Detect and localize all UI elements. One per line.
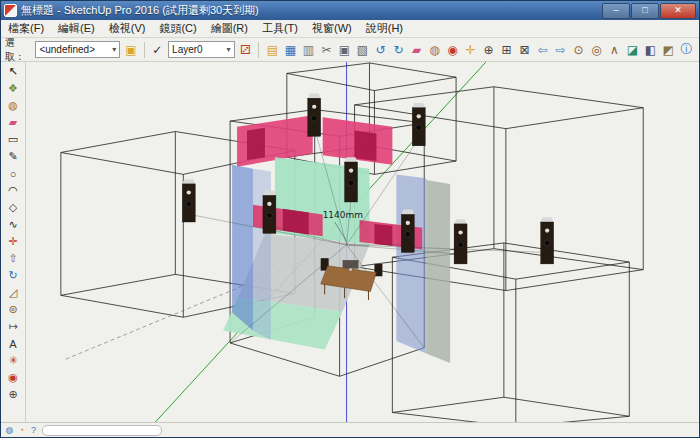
toolbar-paste[interactable]: ▧ xyxy=(354,41,371,59)
desk-item xyxy=(349,268,352,271)
layer-value: Layer0 xyxy=(172,44,203,55)
toolbar-print[interactable]: ▥ xyxy=(300,41,317,59)
toolbar-redo[interactable]: ↻ xyxy=(390,41,407,59)
tool-rotate[interactable]: ↻ xyxy=(3,267,23,284)
tool-axes[interactable]: ✳ xyxy=(3,352,23,369)
toolbar-zoom-window[interactable]: ⊞ xyxy=(498,41,515,59)
3d-viewport[interactable]: 1140mm xyxy=(26,62,699,422)
tool-paint-bucket[interactable]: ◍ xyxy=(3,97,23,114)
toolbar-cut[interactable]: ✂ xyxy=(318,41,335,59)
toolbar-previous-view[interactable]: ⇦ xyxy=(534,41,551,59)
toolbar-position-camera[interactable]: ⊙ xyxy=(570,41,587,59)
tool-select[interactable]: ↖ xyxy=(3,63,23,80)
toolbar-next-view[interactable]: ⇨ xyxy=(552,41,569,59)
drawing-canvas[interactable]: 1140mm xyxy=(26,62,699,422)
menu-draw[interactable]: 繪圖(R) xyxy=(204,21,255,36)
dark-red-panel[interactable] xyxy=(374,224,392,246)
color-by-layer-dice-icon[interactable]: ⚂ xyxy=(238,41,254,59)
tool-orbit[interactable]: ◉ xyxy=(3,369,23,386)
speaker[interactable] xyxy=(541,217,554,264)
maximize-button[interactable]: □ xyxy=(631,3,659,19)
toolbar-paint-bucket[interactable]: ◍ xyxy=(426,41,443,59)
window-title: 無標題 - SketchUp Pro 2016 (試用還剩30天到期) xyxy=(21,3,598,18)
toolbar-orbit[interactable]: ◉ xyxy=(444,41,461,59)
layer-dropdown[interactable]: Layer0 ▾ xyxy=(168,41,234,58)
tool-line[interactable]: ✎ xyxy=(3,148,23,165)
toolbar-walk[interactable]: ∧ xyxy=(606,41,623,59)
tool-polygon[interactable]: ◇ xyxy=(3,199,23,216)
toolbar-shadows[interactable]: ◩ xyxy=(660,41,677,59)
selection-value: <undefined> xyxy=(39,44,95,55)
menu-bar: 檔案(F)編輯(E)檢視(V)鏡頭(C)繪圖(R)工具(T)視窗(W)說明(H) xyxy=(1,20,699,38)
speaker[interactable] xyxy=(308,93,321,136)
title-bar[interactable]: 無標題 - SketchUp Pro 2016 (試用還剩30天到期) – □ … xyxy=(1,1,699,20)
toolbar-copy[interactable]: ▣ xyxy=(336,41,353,59)
dimension-label: 1140mm xyxy=(323,210,363,220)
menu-help[interactable]: 說明(H) xyxy=(359,21,410,36)
tool-arc[interactable]: ◠ xyxy=(3,182,23,199)
chevron-down-icon: ▾ xyxy=(227,45,231,54)
tool-rectangle[interactable]: ▭ xyxy=(3,131,23,148)
blue-left-wall[interactable] xyxy=(232,165,253,331)
speaker[interactable] xyxy=(412,103,425,146)
gray-right-wall[interactable] xyxy=(426,180,450,363)
tool-text[interactable]: A xyxy=(3,335,23,352)
tool-palette: ↖❖◍▰▭✎○◠◇∿✛⇧↻◿⊚↦A✳◉⊕ xyxy=(1,62,26,422)
menu-camera[interactable]: 鏡頭(C) xyxy=(152,21,203,36)
toolbar-look-around[interactable]: ◎ xyxy=(588,41,605,59)
status-icon-help[interactable]: ? xyxy=(28,425,39,436)
toolbar-model-info[interactable]: ⓘ xyxy=(678,41,695,59)
tool-scale[interactable]: ◿ xyxy=(3,284,23,301)
dark-red-panel[interactable] xyxy=(355,131,377,161)
toolbar-zoom[interactable]: ⊕ xyxy=(480,41,497,59)
menu-edit[interactable]: 編輯(E) xyxy=(51,21,102,36)
tool-make-component[interactable]: ❖ xyxy=(3,80,23,97)
chevron-down-icon: ▾ xyxy=(112,45,116,54)
minimize-button[interactable]: – xyxy=(602,3,630,19)
dark-red-panel[interactable] xyxy=(283,209,309,235)
tool-offset[interactable]: ⊚ xyxy=(3,301,23,318)
toolbar-save[interactable]: ▦ xyxy=(282,41,299,59)
toolbar-section-plane[interactable]: ◪ xyxy=(624,41,641,59)
selection-dropdown[interactable]: <undefined> ▾ xyxy=(35,41,120,58)
tool-push-pull[interactable]: ⇧ xyxy=(3,250,23,267)
selection-label: 選取： xyxy=(5,36,32,64)
close-button[interactable]: ✕ xyxy=(660,3,696,19)
tool-freehand[interactable]: ∿ xyxy=(3,216,23,233)
in-model-component-icon[interactable]: ▣ xyxy=(123,41,139,59)
tool-eraser[interactable]: ▰ xyxy=(3,114,23,131)
status-icons: ◍◔? xyxy=(4,425,39,436)
status-bar: ◍◔? xyxy=(1,422,699,437)
app-icon xyxy=(4,4,17,17)
speaker[interactable] xyxy=(345,157,358,202)
toolbar-open[interactable]: ▤ xyxy=(264,41,281,59)
menu-view[interactable]: 檢視(V) xyxy=(102,21,153,36)
speaker[interactable] xyxy=(454,219,467,264)
toolbar-pan[interactable]: ✛ xyxy=(462,41,479,59)
toolbar-undo[interactable]: ↺ xyxy=(372,41,389,59)
menu-file[interactable]: 檔案(F) xyxy=(1,21,51,36)
dark-red-panel[interactable] xyxy=(247,128,265,160)
status-icon-geo-location[interactable]: ◍ xyxy=(4,425,15,436)
menu-tools[interactable]: 工具(T) xyxy=(255,21,305,36)
tool-circle[interactable]: ○ xyxy=(3,165,23,182)
status-icon-credits[interactable]: ◔ xyxy=(16,425,27,436)
sketchup-window: 無標題 - SketchUp Pro 2016 (試用還剩30天到期) – □ … xyxy=(0,0,700,438)
toolbar-zoom-extents[interactable]: ⊠ xyxy=(516,41,533,59)
tool-move[interactable]: ✛ xyxy=(3,233,23,250)
toolbar-erase[interactable]: ▰ xyxy=(408,41,425,59)
layer-visibility-icon[interactable]: ✓ xyxy=(150,41,166,59)
tool-zoom[interactable]: ⊕ xyxy=(3,386,23,403)
toolbar-separator xyxy=(144,42,145,58)
hint-box xyxy=(42,425,162,436)
window-controls: – □ ✕ xyxy=(602,3,696,19)
monitor[interactable] xyxy=(343,260,359,269)
speaker[interactable] xyxy=(263,191,276,234)
main-toolbar: 選取： <undefined> ▾ ▣ ✓ Layer0 ▾ ⚂ ▤▦▥✂▣▧↺… xyxy=(1,38,699,62)
tool-tape-measure[interactable]: ↦ xyxy=(3,318,23,335)
speaker[interactable] xyxy=(182,179,195,222)
menu-window[interactable]: 視窗(W) xyxy=(305,21,359,36)
toolbar-styles[interactable]: ◧ xyxy=(642,41,659,59)
speaker[interactable] xyxy=(401,210,414,253)
blue-right-wall[interactable] xyxy=(396,174,426,353)
